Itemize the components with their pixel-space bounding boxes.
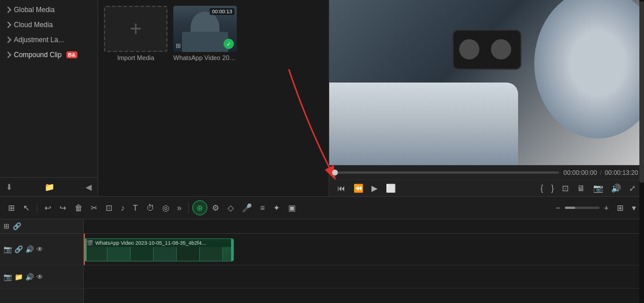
video-track-1-controls: 📷 🔗 🔊 👁 — [0, 234, 83, 265]
zoom-slider[interactable] — [565, 207, 600, 209]
settings-button[interactable]: ⚙ — [209, 201, 223, 215]
video-type-icon: ⊞ — [176, 42, 181, 50]
out-point-button[interactable]: } — [549, 182, 556, 194]
vr-scene — [329, 0, 644, 165]
import-media-item[interactable]: + Import Media — [104, 6, 167, 190]
track-mute-icon[interactable]: 🔊 — [25, 245, 34, 253]
timeline-playhead — [84, 234, 85, 265]
cursor-tool-button[interactable]: ↖ — [20, 201, 33, 215]
fullscreen-button[interactable]: ⤢ — [627, 182, 638, 194]
timeline-header-row: ⊞ 🔗 00:00:00:00 00:00:05:00 00:00:10:00 — [0, 219, 644, 234]
folder-icon[interactable]: 📁 — [44, 182, 54, 192]
time-current: 00:00:00:00 / 00:00:13:20 — [564, 169, 638, 176]
chevron-right-icon — [5, 21, 11, 28]
screenshot-button[interactable]: 📷 — [591, 182, 605, 194]
camera-icon[interactable]: 📷 — [3, 245, 12, 253]
clip-filmstrip — [84, 247, 233, 261]
crop-tool-button[interactable]: ⊡ — [102, 201, 116, 215]
preview-progress-bar-row: 00:00:00:00 / 00:00:13:20 — [329, 165, 644, 179]
add-track-icon[interactable]: ⊞ — [3, 222, 9, 230]
plus-icon: + — [129, 17, 142, 41]
screen-record-button[interactable]: ▣ — [285, 201, 299, 215]
timeline-scrollbar[interactable] — [639, 234, 644, 303]
top-area: Global Media Cloud Media Adjustment La..… — [0, 0, 644, 196]
compound-clip-toolbar-button[interactable]: ⊕ — [192, 200, 207, 215]
sidebar-item-cloud-media[interactable]: Cloud Media — [0, 17, 98, 32]
media-panel: + Import Media 00:00:13 ✓ ⊞ WhatsApp Vid… — [98, 0, 329, 196]
audio-camera-icon[interactable]: 📷 — [3, 273, 12, 281]
monitor-button[interactable]: 🖥 — [575, 182, 587, 194]
video-thumb: 00:00:13 ✓ ⊞ — [173, 6, 237, 52]
preview-panel: 00:00:00:00 / 00:00:13:20 ⏮ ⏪ ▶ ⬜ { } ⊡ … — [329, 0, 644, 196]
timeline-track-header-controls: ⊞ 🔗 — [0, 219, 84, 233]
chevron-right-icon — [5, 51, 11, 58]
sidebar-bottom: ⬇ 📁 ◀ — [0, 177, 98, 196]
import-media-label: Import Media — [117, 54, 154, 61]
track-controls-column: 📷 🔗 🔊 👁 📷 📁 🔊 👁 — [0, 234, 84, 303]
track-content-column: 🎬 WhatsApp Video 2023-10-05_11-08-35_4b2… — [84, 234, 644, 303]
color-button[interactable]: ◎ — [159, 201, 173, 215]
split-screen-button[interactable]: ⊞ — [5, 201, 18, 215]
undo-button[interactable]: ↩ — [41, 201, 55, 215]
stop-button[interactable]: ⬜ — [384, 182, 398, 194]
toolbar-separator-1 — [37, 202, 38, 214]
progress-handle[interactable] — [332, 170, 338, 175]
link-icon[interactable]: 🔗 — [13, 222, 21, 230]
toolbar-separator-2 — [188, 202, 189, 214]
timeline-tracks: 📷 🔗 🔊 👁 📷 📁 🔊 👁 🎬 WhatsApp V — [0, 234, 644, 303]
progress-bar[interactable] — [335, 171, 559, 174]
import-icon[interactable]: ⬇ — [6, 182, 13, 192]
audio-mix-button[interactable]: ≡ — [256, 201, 268, 215]
zoom-minus-button[interactable]: − — [552, 201, 564, 215]
vr-headset — [452, 29, 522, 70]
clip-header: 🎬 WhatsApp Video 2023-10-05_11-08-35_4b2… — [84, 239, 233, 247]
video-clip[interactable]: 🎬 WhatsApp Video 2023-10-05_11-08-35_4b2… — [84, 238, 234, 261]
grid-layout-button[interactable]: ⊞ — [613, 201, 627, 215]
effects-button[interactable]: ✦ — [270, 201, 284, 215]
track-eye-icon[interactable]: 👁 — [36, 245, 43, 253]
sidebar-item-global-media[interactable]: Global Media — [0, 2, 98, 17]
video-duration-badge: 00:00:13 — [210, 8, 234, 15]
zoom-slider-fill — [565, 207, 575, 209]
audio-mute-icon[interactable]: 🔊 — [25, 273, 34, 281]
redo-button[interactable]: ↪ — [56, 201, 70, 215]
in-point-button[interactable]: { — [538, 182, 546, 194]
more-button[interactable]: » — [174, 201, 185, 215]
whatsapp-video-label: WhatsApp Video 2023-10-05... — [173, 54, 237, 61]
playback-controls: ⏮ ⏪ ▶ ⬜ { } ⊡ 🖥 📷 🔊 ⤢ — [329, 179, 644, 196]
audio-track-row — [84, 265, 644, 289]
layout-options-button[interactable]: ▾ — [628, 201, 639, 215]
clip-right-handle[interactable] — [231, 239, 233, 261]
import-thumb: + — [104, 6, 167, 52]
whatsapp-video-item[interactable]: 00:00:13 ✓ ⊞ WhatsApp Video 2023-10-05..… — [173, 6, 237, 190]
voiceover-button[interactable]: 🎤 — [239, 201, 255, 215]
compound-clip-badge: B& — [66, 51, 77, 58]
preview-video — [329, 0, 644, 165]
cut-button[interactable]: ✂ — [87, 201, 101, 215]
play-button[interactable]: ▶ — [369, 182, 380, 194]
sidebar-item-compound-clip[interactable]: Compound Clip B& — [0, 47, 98, 62]
audio-folder-icon[interactable]: 📁 — [14, 273, 23, 281]
audio-track-1-controls: 📷 📁 🔊 👁 — [0, 265, 83, 289]
step-back-button[interactable]: ⏪ — [351, 182, 366, 194]
chevron-right-icon — [5, 36, 11, 43]
track-link-icon[interactable]: 🔗 — [14, 245, 23, 253]
clip-label: WhatsApp Video 2023-10-05_11-08-35_4b2f4… — [95, 240, 206, 246]
toolbar: ⊞ ↖ ↩ ↪ 🗑 ✂ ⊡ ♪ T ⏱ ◎ » ⊕ ⚙ ◇ 🎤 ≡ ✦ ▣ − … — [0, 196, 644, 219]
zoom-plus-button[interactable]: + — [601, 201, 612, 215]
collapse-icon[interactable]: ◀ — [85, 182, 92, 192]
crop-button[interactable]: ⊡ — [560, 182, 571, 194]
media-grid: + Import Media 00:00:13 ✓ ⊞ WhatsApp Vid… — [98, 0, 329, 196]
audio-split-button[interactable]: ♪ — [117, 201, 128, 215]
speed-button[interactable]: ⏱ — [143, 201, 158, 215]
sidebar-item-adjustment-layer[interactable]: Adjustment La... — [0, 32, 98, 47]
skip-back-button[interactable]: ⏮ — [335, 182, 348, 194]
timeline-area: ⊞ 🔗 00:00:00:00 00:00:05:00 00:00:10:00 — [0, 219, 644, 303]
audio-eye-icon[interactable]: 👁 — [36, 273, 43, 281]
chevron-right-icon — [5, 6, 11, 13]
film-icon: 🎬 — [87, 240, 93, 246]
text-tool-button[interactable]: T — [129, 201, 142, 215]
volume-button[interactable]: 🔊 — [609, 182, 623, 194]
marker-button[interactable]: ◇ — [224, 201, 237, 215]
delete-button[interactable]: 🗑 — [71, 201, 86, 215]
